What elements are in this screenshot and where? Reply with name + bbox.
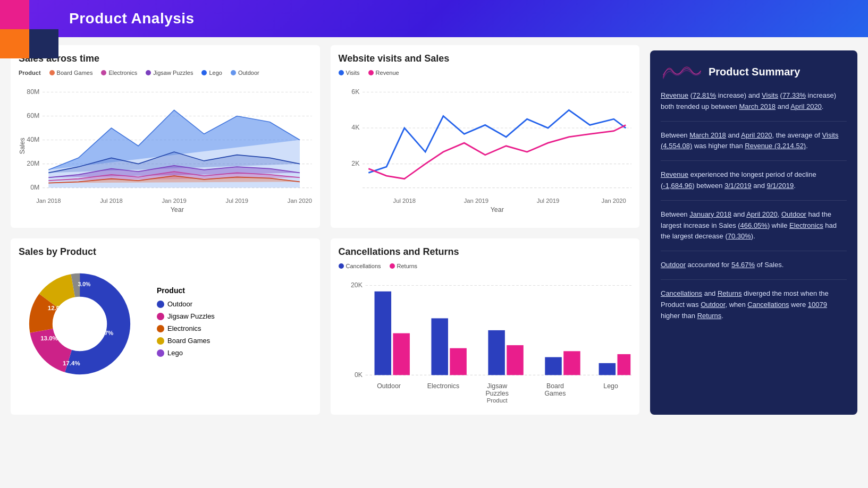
svg-text:Electronics: Electronics: [427, 382, 459, 390]
svg-text:Jul 2018: Jul 2018: [100, 198, 123, 204]
sales-by-product-chart: Sales by Product: [11, 238, 320, 415]
donut-legend-lego: Lego: [157, 349, 215, 357]
svg-text:40M: 40M: [27, 136, 39, 143]
wave-decoration: [661, 61, 703, 82]
svg-text:Jul 2018: Jul 2018: [393, 198, 416, 204]
jigsaw-dot: [146, 70, 151, 75]
lego-cancel-bar: [599, 363, 616, 375]
donut-legend-boardgames: Board Games: [157, 337, 215, 345]
visits-svg: 6K 4K 2K Jul 2018 Jan 2019 Jul 2019 Jan …: [339, 80, 632, 218]
svg-text:13.0%: 13.0%: [40, 335, 58, 341]
svg-text:Jan 2019: Jan 2019: [162, 198, 186, 204]
boardgames-cancel-bar: [545, 357, 562, 375]
logo-pink-square: [0, 0, 29, 29]
svg-text:3.0%: 3.0%: [78, 281, 90, 287]
svg-text:Jul 2019: Jul 2019: [226, 198, 249, 204]
svg-text:Jan 2019: Jan 2019: [464, 198, 488, 204]
lego-dot: [201, 70, 207, 75]
legend-board-games: Board Games: [49, 70, 93, 76]
page-title: Product Analysis: [69, 10, 195, 27]
svg-text:2K: 2K: [351, 160, 360, 167]
svg-text:17.4%: 17.4%: [63, 360, 80, 366]
cancellations-chart: Cancellations and Returns Cancellations …: [331, 238, 640, 415]
svg-text:Jan 2020: Jan 2020: [601, 198, 626, 204]
svg-text:Games: Games: [544, 389, 566, 397]
svg-text:Year: Year: [490, 206, 503, 213]
lego-returns-bar: [617, 354, 630, 375]
charts-top-row: Sales across time Product Board Games El…: [11, 45, 639, 228]
legend-visits: Visits: [339, 70, 360, 76]
boardgames-returns-bar: [563, 351, 580, 375]
donut-legend-electronics: Electronics: [157, 324, 215, 332]
sales-product-title: Sales by Product: [19, 246, 312, 258]
product-legend: Product Board Games Electronics Jigsaw P…: [19, 70, 312, 76]
svg-text:Lego: Lego: [603, 382, 618, 390]
cancellations-title: Cancellations and Returns: [339, 246, 632, 258]
returns-dot: [390, 263, 395, 269]
svg-text:0K: 0K: [354, 371, 363, 379]
summary-para-2: Between March 2018 and April 2020, the a…: [661, 130, 847, 161]
svg-text:Jigsaw: Jigsaw: [487, 382, 507, 390]
legend-returns: Returns: [390, 263, 418, 269]
visits-dot: [339, 70, 344, 75]
electronics-dot: [101, 70, 106, 75]
summary-panel-title: Product Summary: [709, 66, 800, 78]
svg-text:0M: 0M: [30, 184, 39, 191]
visits-legend: Visits Revenue: [339, 70, 632, 76]
jigsaw-cancel-bar: [488, 330, 505, 375]
jigsaw-returns-bar: [507, 345, 524, 375]
sales-time-svg: 80M 60M 40M 20M 0M Jan 2018 Jul 2018 Jan…: [19, 80, 312, 218]
donut-legend: Product Outdoor Jigsaw Puzzles Electroni…: [157, 286, 215, 361]
donut-legend-jigsaw: Jigsaw Puzzles: [157, 312, 215, 320]
svg-text:Puzzles: Puzzles: [485, 389, 508, 397]
donut-area: 54.7% 17.4% 13.0% 12.0% 3.0% Product Out…: [19, 263, 312, 385]
outdoor-dot: [231, 70, 236, 75]
legend-revenue: Revenue: [368, 70, 399, 76]
logo-orange-square: [0, 29, 29, 58]
donut-svg: 54.7% 17.4% 13.0% 12.0% 3.0%: [19, 263, 141, 385]
sales-across-time-chart: Sales across time Product Board Games El…: [11, 45, 320, 228]
panel-header: Product Summary: [661, 61, 847, 82]
board-games-dot: [49, 70, 55, 75]
charts-area: Sales across time Product Board Games El…: [11, 45, 639, 415]
bar-chart-svg: 20K 0K: [339, 273, 632, 405]
svg-text:Year: Year: [171, 206, 184, 213]
svg-text:80M: 80M: [27, 88, 39, 96]
outdoor-returns-bar: [393, 333, 410, 375]
svg-text:Board: Board: [546, 382, 563, 390]
summary-para-6: Cancellations and Returns diverged the m…: [661, 288, 847, 330]
legend-lego: Lego: [201, 70, 222, 76]
summary-para-4: Between January 2018 and April 2020, Out…: [661, 209, 847, 251]
website-visits-chart: Website visits and Sales Visits Revenue: [331, 45, 640, 228]
header: Product Analysis: [0, 0, 868, 37]
svg-text:Jul 2019: Jul 2019: [536, 198, 559, 204]
svg-text:4K: 4K: [351, 124, 360, 131]
legend-electronics: Electronics: [101, 70, 137, 76]
svg-text:20M: 20M: [27, 160, 39, 167]
product-summary-panel: Product Summary Revenue (72.81% increase…: [650, 50, 857, 415]
electronics-returns-bar: [450, 348, 467, 375]
summary-para-3: Revenue experienced the longest period o…: [661, 169, 847, 201]
svg-text:Sales: Sales: [19, 138, 26, 154]
electronics-cancel-bar: [431, 318, 448, 375]
svg-text:12.0%: 12.0%: [48, 305, 65, 311]
svg-text:Jan 2018: Jan 2018: [36, 198, 61, 204]
legend-cancellations: Cancellations: [339, 263, 381, 269]
cancellations-dot: [339, 263, 344, 269]
website-chart-title: Website visits and Sales: [339, 53, 632, 64]
summary-para-5: Outdoor accounted for 54.67% of Sales.: [661, 260, 847, 280]
svg-text:Product: Product: [486, 397, 508, 404]
svg-text:60M: 60M: [27, 112, 39, 119]
summary-content: Revenue (72.81% increase) and Visits (77…: [661, 90, 847, 330]
outdoor-cancel-bar: [374, 292, 391, 375]
svg-text:54.7%: 54.7%: [96, 330, 114, 336]
svg-text:6K: 6K: [351, 88, 360, 96]
logo-dark-square: [29, 29, 58, 58]
summary-para-1: Revenue (72.81% increase) and Visits (77…: [661, 90, 847, 122]
svg-text:20K: 20K: [350, 281, 363, 289]
cancellations-legend: Cancellations Returns: [339, 263, 632, 269]
svg-text:Jan 2020: Jan 2020: [288, 198, 312, 204]
donut-legend-outdoor: Outdoor: [157, 300, 215, 308]
legend-outdoor: Outdoor: [231, 70, 259, 76]
charts-bottom-row: Sales by Product: [11, 238, 639, 415]
